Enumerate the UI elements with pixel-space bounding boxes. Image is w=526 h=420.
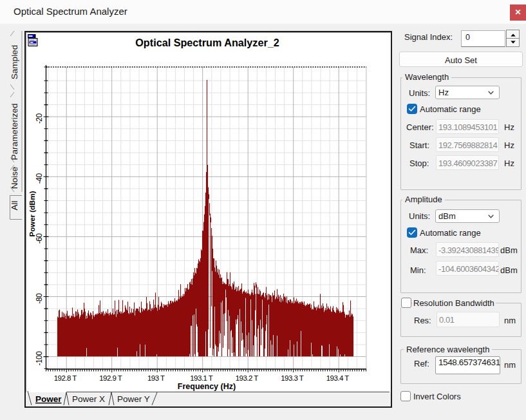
svg-text:193 T: 193 T [147, 374, 165, 382]
svg-text:-40: -40 [35, 173, 44, 184]
svg-text:192.8 T: 192.8 T [54, 374, 77, 382]
svg-text:Power X: Power X [72, 394, 105, 404]
svg-text:Power (dBm): Power (dBm) [28, 191, 36, 236]
svg-text:Optical Spectrum Analyzer_2: Optical Spectrum Analyzer_2 [135, 37, 279, 48]
svg-text:Sampled: Sampled [10, 45, 19, 79]
svg-text:-20: -20 [35, 113, 44, 124]
svg-text:193.2 T: 193.2 T [236, 374, 258, 382]
svg-text:193.1 T: 193.1 T [190, 374, 212, 382]
svg-text:-80: -80 [35, 293, 44, 304]
svg-text:193.3 T: 193.3 T [281, 374, 303, 382]
svg-text:All: All [10, 200, 19, 210]
svg-text:-60: -60 [35, 233, 44, 244]
svg-text:-100: -100 [35, 351, 44, 366]
svg-text:193.4 T: 193.4 T [326, 374, 349, 382]
svg-text:192.9 T: 192.9 T [99, 374, 122, 382]
svg-text:Power Y: Power Y [117, 394, 150, 404]
svg-text:Power: Power [35, 394, 62, 404]
svg-text:Parameterized: Parameterized [10, 104, 19, 160]
svg-text:Noise: Noise [10, 167, 19, 189]
